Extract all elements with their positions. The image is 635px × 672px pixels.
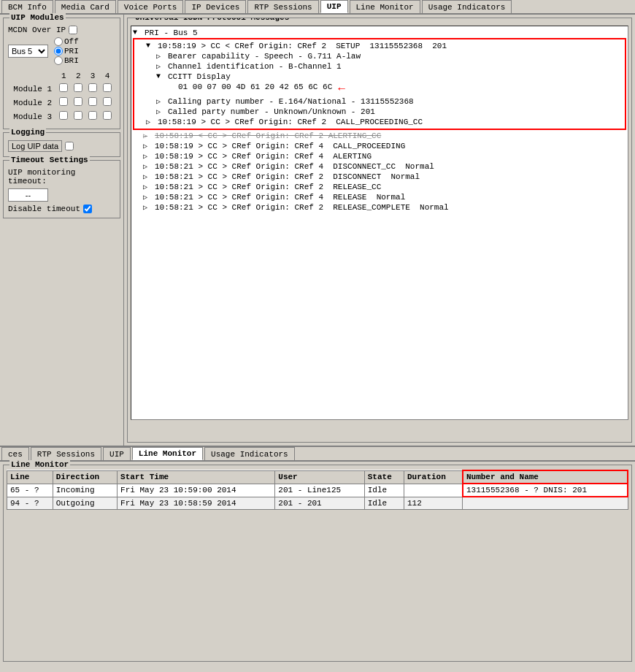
release-cc-item[interactable]: ▷ 10:58:21 > CC > CRef Origin: CRef 2 RE… bbox=[133, 182, 626, 192]
bri-radio[interactable] bbox=[54, 56, 63, 65]
row2-user: 201 - 201 bbox=[275, 497, 364, 509]
m1c1[interactable] bbox=[59, 83, 68, 92]
pri-expand-icon[interactable]: ▼ bbox=[133, 28, 143, 37]
col-1: 1 bbox=[57, 71, 70, 81]
ccitt-expand-icon[interactable]: ▼ bbox=[156, 72, 166, 80]
m2c4[interactable] bbox=[103, 97, 112, 106]
row1-line: 65 - ? bbox=[7, 484, 53, 497]
col-state: State bbox=[364, 470, 404, 484]
row1-number-name: 13115552368 - ? DNIS: 201 bbox=[463, 484, 628, 497]
hex-item: 01 00 07 00 4D 61 20 42 65 6C 6C ← bbox=[136, 82, 623, 96]
release-expand[interactable]: ▷ bbox=[143, 193, 153, 202]
disable-timeout-checkbox[interactable] bbox=[83, 205, 92, 213]
row2-line: 94 - ? bbox=[7, 497, 53, 509]
tab-ip-devices[interactable]: IP Devices bbox=[185, 0, 246, 13]
bottom-tab-line-monitor[interactable]: Line Monitor bbox=[132, 447, 203, 460]
table-row[interactable]: 94 - ? Outgoing Fri May 23 10:58:59 2014… bbox=[7, 497, 628, 509]
tab-usage-indicators[interactable]: Usage Indicators bbox=[422, 0, 512, 13]
alerting-item[interactable]: ▷ 10:58:19 > CC > CRef Origin: CRef 4 AL… bbox=[133, 151, 626, 161]
module2-label: Module 2 bbox=[9, 96, 55, 109]
alerting-cc-faded-item[interactable]: ▷ 10:58:19 < CC > CRef Origin: CRef 2 AL… bbox=[133, 131, 626, 141]
alerting-cc-faded-text: 10:58:19 < CC > CRef Origin: CRef 2 ALER… bbox=[155, 131, 381, 140]
m1c4[interactable] bbox=[103, 83, 112, 92]
bearer-cap-item[interactable]: ▷ Bearer capability - Speech - G.711 A-l… bbox=[136, 51, 623, 61]
disconnect-text: 10:58:21 > CC > CRef Origin: CRef 2 DISC… bbox=[155, 172, 420, 181]
call-proc-item[interactable]: ▷ 10:58:19 > CC > CRef Origin: CRef 4 CA… bbox=[133, 141, 626, 151]
tree-container[interactable]: ▼ PRI - Bus 5 ▼ 10:58:19 > CC < CRef Ori… bbox=[131, 26, 628, 420]
disconnect-item[interactable]: ▷ 10:58:21 > CC > CRef Origin: CRef 2 DI… bbox=[133, 172, 626, 182]
uip-monitoring-label: UIP monitoring timeout: bbox=[8, 168, 115, 186]
col-line: Line bbox=[7, 470, 53, 484]
called-party-item[interactable]: ▷ Called party number - Unknown/Unknown … bbox=[136, 107, 623, 117]
logging-group: Logging Log UIP data bbox=[3, 132, 120, 157]
bus-select[interactable]: Bus 5 bbox=[8, 45, 48, 58]
logging-title: Logging bbox=[9, 128, 46, 137]
col-direction: Direction bbox=[53, 470, 117, 484]
module1-label: Module 1 bbox=[9, 83, 55, 95]
disconnect-cc-expand[interactable]: ▷ bbox=[143, 162, 153, 171]
col-4: 4 bbox=[101, 71, 114, 81]
lm-header-row: Line Direction Start Time User State Dur… bbox=[7, 470, 628, 484]
release-complete-text: 10:58:21 > CC > CRef Origin: CRef 2 RELE… bbox=[155, 203, 449, 212]
bottom-tab-rtp[interactable]: RTP Sessions bbox=[31, 447, 101, 460]
release-complete-expand[interactable]: ▷ bbox=[143, 203, 153, 212]
right-panel: Universal ISDN Protocol Messages ▼ PRI -… bbox=[124, 15, 635, 446]
calling-expand-icon[interactable]: ▷ bbox=[156, 97, 166, 106]
bearer-cap-text: Bearer capability - Speech - G.711 A-law bbox=[168, 52, 361, 61]
call-proc-cc-item[interactable]: ▷ 10:58:19 > CC > CRef Origin: CRef 2 CA… bbox=[136, 117, 623, 127]
bottom-tab-ces[interactable]: ces bbox=[1, 447, 29, 460]
pri-bus-item[interactable]: ▼ PRI - Bus 5 bbox=[133, 28, 626, 38]
disconnect-cc-item[interactable]: ▷ 10:58:21 > CC > CRef Origin: CRef 4 DI… bbox=[133, 161, 626, 172]
calling-party-item[interactable]: ▷ Calling party number - E.164/National … bbox=[136, 96, 623, 107]
tab-media-card[interactable]: Media Card bbox=[55, 0, 116, 13]
channel-id-item[interactable]: ▷ Channel identification - B-Channel 1 bbox=[136, 61, 623, 72]
main-container: UIP Modules MCDN Over IP Bus 5 Off bbox=[0, 15, 635, 446]
channel-expand-icon[interactable]: ▷ bbox=[156, 62, 166, 71]
log-uip-button[interactable]: Log UIP data bbox=[8, 140, 62, 152]
pri-radio[interactable] bbox=[54, 47, 63, 56]
ccitt-item[interactable]: ▼ CCITT Display bbox=[136, 72, 623, 82]
alerting-text: 10:58:19 > CC > CRef Origin: CRef 4 ALER… bbox=[155, 152, 372, 161]
tab-line-monitor[interactable]: Line Monitor bbox=[350, 0, 420, 13]
pri-bus-label: PRI - Bus 5 bbox=[145, 28, 198, 37]
m3c2[interactable] bbox=[74, 111, 82, 120]
bottom-tab-usage-indicators[interactable]: Usage Indicators bbox=[204, 447, 295, 460]
call-proc-cc-expand[interactable]: ▷ bbox=[146, 118, 156, 126]
m3c1[interactable] bbox=[59, 111, 68, 120]
m1c2[interactable] bbox=[74, 83, 82, 92]
table-row[interactable]: 65 - ? Incoming Fri May 23 10:59:00 2014… bbox=[7, 484, 628, 497]
ccitt-text: CCITT Display bbox=[168, 72, 231, 81]
tab-rtp-sessions[interactable]: RTP Sessions bbox=[247, 0, 318, 13]
setup-msg-item[interactable]: ▼ 10:58:19 > CC < CRef Origin: CRef 2 SE… bbox=[136, 41, 623, 51]
m2c3[interactable] bbox=[88, 97, 97, 106]
bottom-tab-uip[interactable]: UIP bbox=[103, 447, 131, 460]
m3c3[interactable] bbox=[88, 111, 97, 120]
call-proc-expand[interactable]: ▷ bbox=[143, 142, 153, 150]
mcdn-checkbox[interactable] bbox=[69, 26, 77, 34]
tab-bcm-info[interactable]: BCM Info bbox=[1, 0, 53, 13]
release-complete-item[interactable]: ▷ 10:58:21 > CC > CRef Origin: CRef 2 RE… bbox=[133, 202, 626, 213]
tab-voice-ports[interactable]: Voice Ports bbox=[118, 0, 184, 13]
m3c4[interactable] bbox=[103, 111, 112, 120]
pri-radio-label: PRI bbox=[54, 47, 79, 56]
tab-uip[interactable]: UIP bbox=[320, 0, 348, 13]
alerting-cc-faded-expand[interactable]: ▷ bbox=[143, 131, 153, 140]
bottom-content: Line Monitor Line Direction Start Time U… bbox=[0, 462, 635, 665]
release-item[interactable]: ▷ 10:58:21 > CC > CRef Origin: CRef 4 RE… bbox=[133, 192, 626, 202]
timeout-input[interactable] bbox=[8, 188, 48, 202]
release-text: 10:58:21 > CC > CRef Origin: CRef 4 RELE… bbox=[155, 193, 405, 202]
called-expand-icon[interactable]: ▷ bbox=[156, 107, 166, 116]
alerting-expand[interactable]: ▷ bbox=[143, 152, 153, 161]
off-radio[interactable] bbox=[54, 37, 63, 46]
bearer-expand-icon[interactable]: ▷ bbox=[156, 52, 166, 61]
m2c1[interactable] bbox=[59, 97, 68, 106]
highlighted-messages-section: ▼ 10:58:19 > CC < CRef Origin: CRef 2 SE… bbox=[133, 38, 626, 130]
uip-modules-title: UIP Modules bbox=[9, 13, 66, 22]
disconnect-cc-text: 10:58:21 > CC > CRef Origin: CRef 4 DISC… bbox=[155, 162, 434, 171]
disconnect-expand[interactable]: ▷ bbox=[143, 172, 153, 181]
setup-expand-icon[interactable]: ▼ bbox=[146, 42, 156, 50]
m2c2[interactable] bbox=[74, 97, 82, 106]
log-uip-checkbox[interactable] bbox=[65, 142, 74, 150]
release-cc-expand[interactable]: ▷ bbox=[143, 183, 153, 191]
m1c3[interactable] bbox=[88, 83, 97, 92]
